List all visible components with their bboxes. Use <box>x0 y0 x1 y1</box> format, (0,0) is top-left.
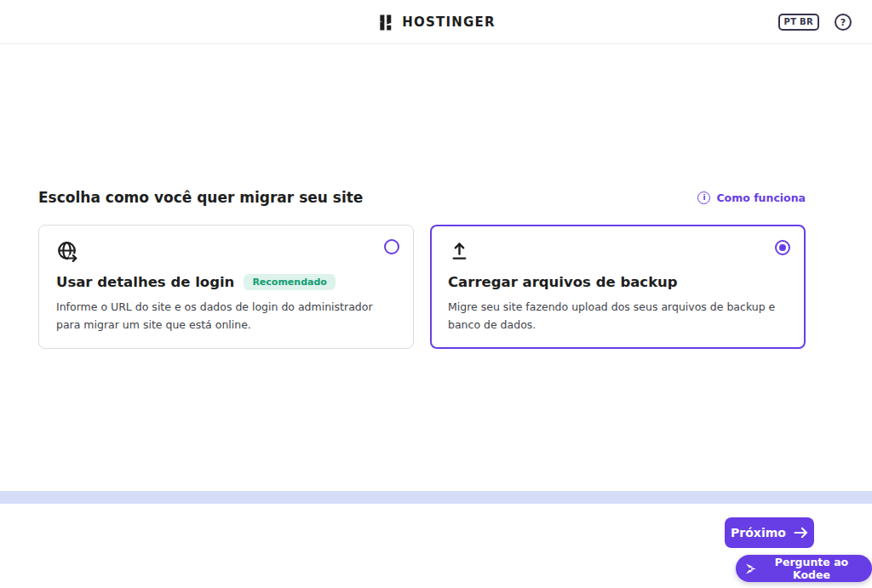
next-button-label: Próximo <box>731 526 786 539</box>
radio-upload-backup[interactable] <box>775 240 790 255</box>
recommended-badge: Recomendado <box>244 274 336 290</box>
option-title: Usar detalhes de login <box>56 274 234 290</box>
upload-icon <box>448 240 788 265</box>
option-description: Informe o URL do site e os dados de logi… <box>56 298 396 334</box>
radio-login-details[interactable] <box>384 239 399 254</box>
hostinger-logo: HOSTINGER <box>376 0 495 44</box>
brand-name: HOSTINGER <box>402 14 495 30</box>
info-icon: i <box>697 191 710 204</box>
option-card-login-details[interactable]: Usar detalhes de login Recomendado Infor… <box>38 225 414 349</box>
next-button[interactable]: Próximo <box>725 517 814 548</box>
arrow-right-icon <box>794 527 808 539</box>
kodee-icon <box>743 562 758 576</box>
kodee-button-label: Pergunte ao Kodee <box>764 556 859 581</box>
globe-arrow-icon <box>56 240 396 265</box>
top-header: HOSTINGER PT BR ? <box>0 0 872 44</box>
kodee-assistant-button[interactable]: Pergunte ao Kodee <box>736 555 872 582</box>
language-selector[interactable]: PT BR <box>778 14 819 31</box>
option-card-upload-backup[interactable]: Carregar arquivos de backup Migre seu si… <box>430 225 806 349</box>
help-icon[interactable]: ? <box>835 14 852 31</box>
hostinger-h-icon <box>376 14 394 31</box>
option-description: Migre seu site fazendo upload dos seus a… <box>448 298 788 334</box>
how-it-works-label: Como funciona <box>716 191 806 204</box>
option-title: Carregar arquivos de backup <box>448 274 678 290</box>
migration-options: Usar detalhes de login Recomendado Infor… <box>38 225 806 349</box>
page-title: Escolha como você quer migrar seu site <box>38 189 363 206</box>
how-it-works-link[interactable]: i Como funciona <box>697 191 806 204</box>
footer-divider-bar <box>0 491 872 504</box>
